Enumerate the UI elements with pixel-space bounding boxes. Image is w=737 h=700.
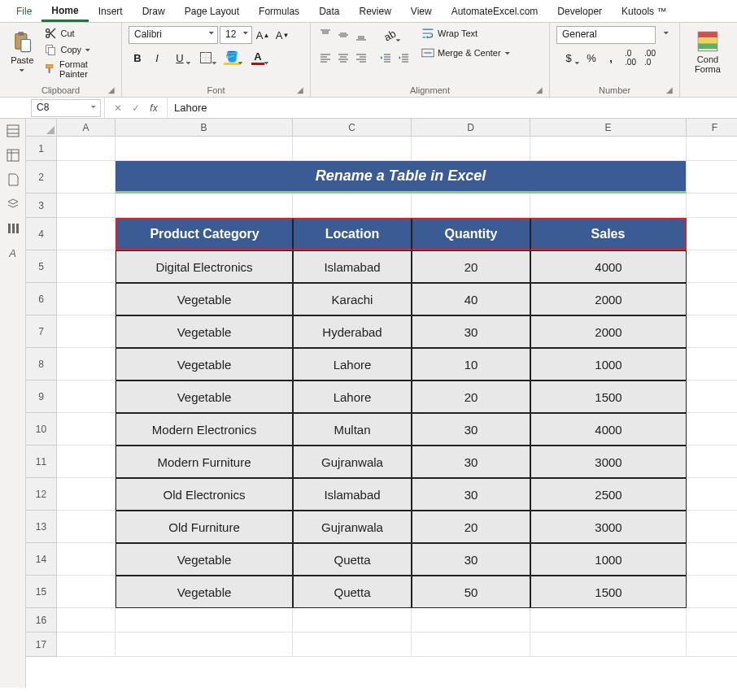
cell-A6[interactable] bbox=[57, 283, 116, 315]
cell-F5[interactable] bbox=[687, 250, 737, 283]
cell-A2[interactable] bbox=[57, 161, 116, 193]
align-middle-button[interactable] bbox=[335, 26, 351, 44]
table-cell[interactable]: Islamabad bbox=[293, 250, 412, 283]
table-cell[interactable]: Gujranwala bbox=[293, 511, 412, 543]
cell-A10[interactable] bbox=[57, 413, 116, 446]
tab-file[interactable]: File bbox=[7, 2, 41, 20]
cell-A1[interactable] bbox=[57, 137, 116, 161]
font-color-button[interactable]: A bbox=[246, 49, 270, 67]
table-cell[interactable]: Hyderabad bbox=[293, 315, 412, 348]
table-cell[interactable]: Modern Furniture bbox=[116, 446, 293, 478]
table-header[interactable]: Sales bbox=[530, 218, 687, 250]
table-cell[interactable]: Old Furniture bbox=[116, 511, 293, 543]
row-header-7[interactable]: 7 bbox=[26, 315, 57, 348]
tab-review[interactable]: Review bbox=[349, 2, 400, 20]
table-cell[interactable]: 30 bbox=[412, 446, 530, 478]
fill-color-button[interactable]: 🪣 bbox=[220, 49, 244, 67]
cell-F1[interactable] bbox=[687, 137, 737, 161]
orientation-button[interactable]: ab bbox=[377, 26, 402, 44]
row-header-10[interactable]: 10 bbox=[26, 413, 57, 446]
table-cell[interactable]: Vegetable bbox=[116, 380, 293, 413]
row-header-13[interactable]: 13 bbox=[26, 511, 57, 543]
side-icon-2[interactable] bbox=[6, 148, 20, 163]
row-header-2[interactable]: 2 bbox=[26, 161, 57, 193]
number-launcher-icon[interactable]: ◢ bbox=[666, 85, 676, 95]
cell-C16[interactable] bbox=[293, 608, 412, 633]
table-cell[interactable]: Karachi bbox=[293, 283, 412, 315]
align-top-button[interactable] bbox=[317, 26, 334, 44]
table-cell[interactable]: Vegetable bbox=[116, 315, 293, 348]
table-cell[interactable]: Lahore bbox=[293, 348, 412, 380]
row-header-16[interactable]: 16 bbox=[26, 608, 57, 633]
formula-input[interactable]: Lahore bbox=[168, 100, 737, 115]
row-header-8[interactable]: 8 bbox=[26, 348, 57, 380]
accounting-format-button[interactable]: $ bbox=[556, 49, 581, 67]
conditional-formatting-button[interactable]: Cond Forma bbox=[687, 26, 729, 78]
table-header[interactable]: Location bbox=[293, 218, 412, 250]
table-cell[interactable]: Multan bbox=[293, 413, 412, 446]
cell-A9[interactable] bbox=[57, 380, 116, 413]
table-cell[interactable]: Quetta bbox=[293, 576, 412, 608]
col-header-F[interactable]: F bbox=[687, 119, 737, 137]
clipboard-launcher-icon[interactable]: ◢ bbox=[108, 85, 118, 95]
table-cell[interactable]: Modern Electronics bbox=[116, 413, 293, 446]
table-header[interactable]: Product Category bbox=[116, 218, 293, 250]
cell-A13[interactable] bbox=[57, 511, 116, 543]
cell-D1[interactable] bbox=[412, 137, 530, 161]
tab-insert[interactable]: Insert bbox=[89, 2, 133, 20]
insert-function-button[interactable]: fx bbox=[146, 100, 162, 116]
side-icon-3[interactable] bbox=[6, 172, 20, 187]
row-header-12[interactable]: 12 bbox=[26, 478, 57, 511]
row-header-11[interactable]: 11 bbox=[26, 446, 57, 478]
cell-A5[interactable] bbox=[57, 250, 116, 283]
font-launcher-icon[interactable]: ◢ bbox=[297, 85, 307, 95]
cell-F13[interactable] bbox=[687, 511, 737, 543]
col-header-A[interactable]: A bbox=[57, 119, 116, 137]
cell-C1[interactable] bbox=[293, 137, 412, 161]
name-box[interactable]: C8 bbox=[31, 99, 101, 117]
cell-A14[interactable] bbox=[57, 543, 116, 576]
cell-F12[interactable] bbox=[687, 478, 737, 511]
format-painter-button[interactable]: Format Painter bbox=[42, 59, 115, 80]
table-cell[interactable]: 1500 bbox=[530, 576, 687, 608]
side-icon-4[interactable] bbox=[6, 197, 20, 211]
table-cell[interactable]: 1000 bbox=[530, 543, 687, 576]
table-cell[interactable]: Quetta bbox=[293, 543, 412, 576]
table-cell[interactable]: Islamabad bbox=[293, 478, 412, 511]
cell-D16[interactable] bbox=[412, 608, 530, 633]
row-header-14[interactable]: 14 bbox=[26, 543, 57, 576]
align-center-button[interactable] bbox=[335, 49, 351, 67]
cell-F3[interactable] bbox=[687, 193, 737, 218]
borders-button[interactable] bbox=[194, 49, 218, 67]
table-cell[interactable]: 20 bbox=[412, 380, 530, 413]
cell-A4[interactable] bbox=[57, 218, 116, 250]
cell-A16[interactable] bbox=[57, 608, 116, 633]
cell-A17[interactable] bbox=[57, 633, 116, 657]
tab-view[interactable]: View bbox=[401, 2, 442, 20]
italic-button[interactable]: I bbox=[148, 49, 166, 67]
table-cell[interactable]: 4000 bbox=[530, 413, 687, 446]
cell-D3[interactable] bbox=[412, 193, 530, 218]
tab-developer[interactable]: Developer bbox=[547, 2, 612, 20]
cell-F14[interactable] bbox=[687, 543, 737, 576]
wrap-text-button[interactable]: Wrap Text bbox=[420, 26, 512, 41]
cell-C3[interactable] bbox=[293, 193, 412, 218]
cell-F4[interactable] bbox=[687, 218, 737, 250]
table-cell[interactable]: 30 bbox=[412, 478, 530, 511]
cell-A3[interactable] bbox=[57, 193, 116, 218]
col-header-E[interactable]: E bbox=[530, 119, 687, 137]
table-cell[interactable]: 20 bbox=[412, 511, 530, 543]
cell-F15[interactable] bbox=[687, 576, 737, 608]
cell-F6[interactable] bbox=[687, 283, 737, 315]
cell-F11[interactable] bbox=[687, 446, 737, 478]
table-cell[interactable]: 2000 bbox=[530, 315, 687, 348]
cell-E16[interactable] bbox=[530, 608, 687, 633]
spreadsheet-grid[interactable]: ABCDEF 1234567891011121314151617 Rename … bbox=[26, 119, 737, 688]
table-cell[interactable]: Lahore bbox=[293, 380, 412, 413]
table-cell[interactable]: 1500 bbox=[530, 380, 687, 413]
cell-F9[interactable] bbox=[687, 380, 737, 413]
row-header-6[interactable]: 6 bbox=[26, 283, 57, 315]
font-size-combo[interactable]: 12 bbox=[220, 26, 252, 44]
table-cell[interactable]: 50 bbox=[412, 576, 530, 608]
table-cell[interactable]: Vegetable bbox=[116, 576, 293, 608]
